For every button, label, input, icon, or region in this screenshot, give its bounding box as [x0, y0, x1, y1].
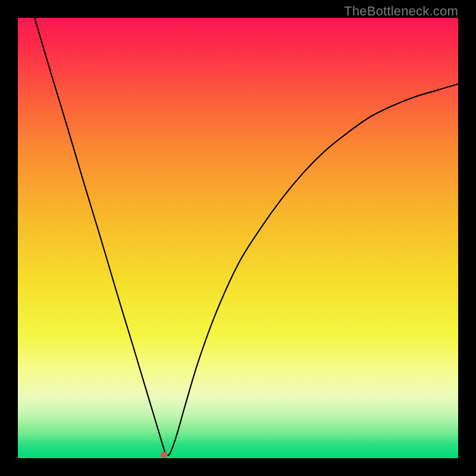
chart-plot-area [18, 18, 458, 458]
watermark-text: TheBottleneck.com [344, 4, 458, 19]
chart-svg [18, 18, 458, 458]
optimal-marker [161, 452, 168, 458]
chart-background [18, 18, 458, 458]
